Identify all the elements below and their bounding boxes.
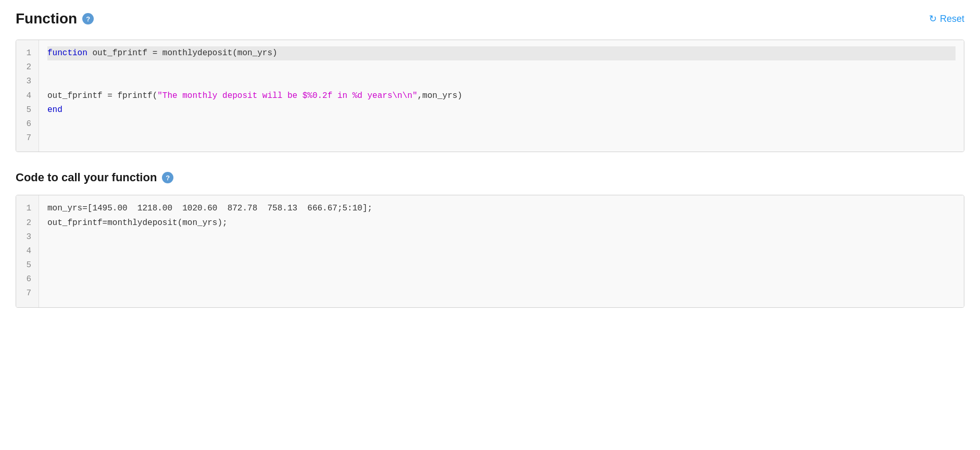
function-line-numbers: 1 2 3 4 5 6 7 (16, 40, 39, 152)
call-line-num-1: 1 (23, 202, 31, 216)
call-code-line-1: mon_yrs=[1495.00 1218.00 1020.60 872.78 … (47, 202, 956, 216)
call-line-num-3: 3 (23, 230, 31, 244)
line-num-7: 7 (23, 131, 31, 145)
reset-icon: ↻ (929, 13, 937, 24)
function-help-icon[interactable]: ? (82, 13, 94, 24)
page-title: Function (16, 10, 77, 27)
call-code-area: 1 2 3 4 5 6 7 mon_yrs=[1495.00 1218.00 1… (16, 195, 964, 307)
keyword-end: end (47, 105, 62, 115)
call-code-line-3 (47, 230, 956, 244)
page-header: Function ? ↻ Reset (16, 10, 964, 27)
call-line-num-4: 4 (23, 244, 31, 258)
code-line-6 (47, 117, 956, 131)
call-code-line-7 (47, 286, 956, 301)
code-line-2 (47, 60, 956, 74)
call-code-line-6 (47, 272, 956, 286)
code-line-7 (47, 131, 956, 145)
line-num-5: 5 (23, 103, 31, 117)
string-value-4: "The monthly deposit will be $%0.2f in %… (157, 91, 417, 101)
call-help-icon[interactable]: ? (162, 172, 173, 183)
line-num-6: 6 (23, 117, 31, 131)
call-line-num-7: 7 (23, 286, 31, 301)
function-editor: 1 2 3 4 5 6 7 function out_fprintf = mon… (16, 40, 964, 152)
call-section-heading: Code to call your function ? (16, 171, 964, 184)
call-code-line-5 (47, 258, 956, 272)
reset-label: Reset (940, 14, 964, 24)
code-text-1: out_fprintf = monthlydeposit(mon_yrs) (87, 48, 278, 58)
code-line-1: function out_fprintf = monthlydeposit(mo… (47, 46, 956, 60)
call-code-line-2: out_fprintf=monthlydeposit(mon_yrs); (47, 216, 956, 230)
code-text-4a: out_fprintf = fprintf( (47, 91, 157, 101)
call-line-num-2: 2 (23, 216, 31, 230)
reset-button[interactable]: ↻ Reset (929, 13, 964, 24)
function-code-area: 1 2 3 4 5 6 7 function out_fprintf = mon… (16, 40, 964, 152)
line-num-4: 4 (23, 89, 31, 103)
call-line-num-5: 5 (23, 258, 31, 272)
call-code-line-4 (47, 244, 956, 258)
call-editor: 1 2 3 4 5 6 7 mon_yrs=[1495.00 1218.00 1… (16, 195, 964, 307)
call-line-num-6: 6 (23, 272, 31, 286)
line-num-2: 2 (23, 60, 31, 74)
keyword-function: function (47, 48, 87, 58)
call-code-content[interactable]: mon_yrs=[1495.00 1218.00 1020.60 872.78 … (39, 195, 964, 307)
code-line-5: end (47, 103, 956, 117)
line-num-3: 3 (23, 74, 31, 89)
code-line-4: out_fprintf = fprintf("The monthly depos… (47, 89, 956, 103)
call-line-numbers: 1 2 3 4 5 6 7 (16, 195, 39, 307)
code-line-3 (47, 74, 956, 89)
title-area: Function ? (16, 10, 94, 27)
call-section-title: Code to call your function (16, 171, 157, 184)
line-num-1: 1 (23, 46, 31, 60)
code-text-4b: ,mon_yrs) (418, 91, 462, 101)
function-code-content[interactable]: function out_fprintf = monthlydeposit(mo… (39, 40, 964, 152)
